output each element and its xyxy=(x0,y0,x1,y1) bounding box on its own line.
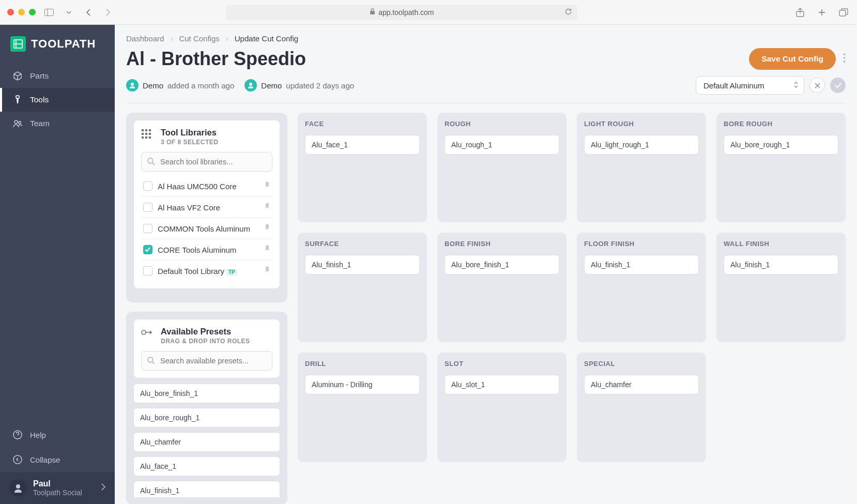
role-card[interactable]: ROUGHAlu_rough_1 xyxy=(437,113,567,222)
nav-item-parts[interactable]: Parts xyxy=(0,64,115,88)
svg-rect-25 xyxy=(149,136,151,139)
confirm-material-button[interactable] xyxy=(830,78,846,93)
share-icon[interactable] xyxy=(794,8,806,17)
material-select[interactable]: Default Aluminum xyxy=(696,76,804,95)
tool-libraries-count: 3 OF 8 SELECTED xyxy=(161,139,219,146)
role-card[interactable]: SLOTAlu_slot_1 xyxy=(437,353,567,462)
svg-rect-6 xyxy=(16,96,19,98)
tool-library-item[interactable]: Al Haas UMC500 Core xyxy=(141,176,272,196)
role-card[interactable]: FACEAlu_face_1 xyxy=(298,113,427,222)
sort-icon[interactable] xyxy=(264,266,270,276)
role-card[interactable]: SPECIALAlu_chamfer xyxy=(577,353,706,462)
search-icon xyxy=(147,157,155,167)
tabs-icon[interactable] xyxy=(837,8,850,17)
tool-library-item[interactable]: Al Haas VF2 Core xyxy=(141,196,272,218)
checkbox-icon[interactable] xyxy=(143,245,152,254)
breadcrumb-link[interactable]: Dashboard xyxy=(126,34,164,43)
role-title: FLOOR FINISH xyxy=(584,240,699,248)
available-preset-item[interactable]: Alu_bore_rough_1 xyxy=(133,408,280,427)
sort-icon[interactable] xyxy=(264,181,270,191)
window-controls xyxy=(7,9,36,16)
url-text: app.toolpath.com xyxy=(378,8,434,17)
role-title: FACE xyxy=(305,120,420,128)
role-preset-chip[interactable]: Alu_finish_1 xyxy=(584,255,699,274)
role-card[interactable]: BORE ROUGHAlu_bore_rough_1 xyxy=(716,113,846,222)
svg-rect-20 xyxy=(142,133,144,135)
breadcrumb-link[interactable]: Cut Configs xyxy=(179,34,219,43)
svg-point-15 xyxy=(131,83,134,86)
role-preset-chip[interactable]: Alu_finish_1 xyxy=(724,255,838,274)
role-card[interactable]: LIGHT ROUGHAlu_light_rough_1 xyxy=(577,113,706,222)
close-window-icon[interactable] xyxy=(7,9,14,16)
svg-rect-22 xyxy=(149,133,151,135)
breadcrumb-current: Update Cut Config xyxy=(235,34,298,43)
more-options-icon[interactable] xyxy=(843,53,846,65)
minimize-window-icon[interactable] xyxy=(18,9,25,16)
role-preset-chip[interactable]: Alu_bore_finish_1 xyxy=(445,255,559,274)
user-org: Toolpath Social xyxy=(33,488,82,497)
available-preset-item[interactable]: Alu_chamfer xyxy=(133,432,280,452)
available-preset-item[interactable]: Alu_bore_finish_1 xyxy=(133,384,280,403)
reload-icon[interactable] xyxy=(564,8,572,17)
new-tab-icon[interactable] xyxy=(816,8,828,17)
sort-icon[interactable] xyxy=(264,224,270,233)
forward-icon[interactable] xyxy=(102,8,114,17)
role-title: SPECIAL xyxy=(584,360,699,368)
available-preset-item[interactable]: Alu_finish_1 xyxy=(133,481,280,497)
tool-icon xyxy=(12,95,23,105)
sort-icon[interactable] xyxy=(264,245,270,254)
role-card[interactable]: DRILLAluminum - Drilling xyxy=(298,353,427,462)
nav-item-team[interactable]: Team xyxy=(0,112,115,135)
maximize-window-icon[interactable] xyxy=(29,9,36,16)
tool-library-item[interactable]: CORE Tools Aluminum xyxy=(141,239,272,260)
checkbox-icon[interactable] xyxy=(143,224,152,233)
role-title: SLOT xyxy=(445,360,559,368)
role-preset-chip[interactable]: Alu_chamfer xyxy=(584,375,699,394)
sort-icon[interactable] xyxy=(264,203,270,212)
created-by: Demo added a month ago xyxy=(126,79,234,91)
logo-mark-icon xyxy=(10,36,26,52)
available-preset-item[interactable]: Alu_face_1 xyxy=(133,456,280,476)
nav-item-tools[interactable]: Tools xyxy=(0,88,115,112)
role-preset-chip[interactable]: Alu_rough_1 xyxy=(445,135,559,155)
tool-library-item[interactable]: Default Tool LibraryTP xyxy=(141,260,272,281)
nav-label: Tools xyxy=(30,95,49,104)
role-preset-chip[interactable]: Alu_finish_1 xyxy=(305,255,420,274)
role-card[interactable]: BORE FINISHAlu_bore_finish_1 xyxy=(437,233,567,342)
nav-item-help[interactable]: Help xyxy=(0,422,115,447)
user-menu[interactable]: Paul Toolpath Social xyxy=(0,472,115,504)
lock-icon xyxy=(370,8,375,17)
svg-rect-23 xyxy=(142,136,144,139)
svg-point-26 xyxy=(148,158,153,163)
role-preset-chip[interactable]: Aluminum - Drilling xyxy=(305,375,420,394)
role-preset-chip[interactable]: Alu_face_1 xyxy=(305,135,420,155)
role-card[interactable]: WALL FINISHAlu_finish_1 xyxy=(716,233,846,342)
sidebar-toggle-icon[interactable] xyxy=(43,9,55,16)
chevron-down-icon[interactable] xyxy=(63,11,75,14)
role-card[interactable]: FLOOR FINISHAlu_finish_1 xyxy=(577,233,706,342)
role-card[interactable]: SURFACEAlu_finish_1 xyxy=(298,233,427,342)
available-presets-title: Available Presets xyxy=(161,327,250,337)
nav-label: Team xyxy=(30,119,50,128)
available-presets-subtitle: DRAG & DROP INTO ROLES xyxy=(161,338,250,345)
back-icon[interactable] xyxy=(82,8,95,17)
tool-libraries-search-input[interactable] xyxy=(141,152,272,172)
checkbox-icon[interactable] xyxy=(143,266,152,276)
save-cut-config-button[interactable]: Save Cut Config xyxy=(749,48,836,70)
nav-label: Help xyxy=(30,431,46,439)
checkbox-icon[interactable] xyxy=(143,181,152,191)
nav-item-collapse[interactable]: Collapse xyxy=(0,447,115,472)
available-presets-search-input[interactable] xyxy=(141,351,272,371)
cancel-material-button[interactable] xyxy=(809,78,825,93)
svg-rect-24 xyxy=(145,136,147,139)
brand-logo[interactable]: TOOLPATH xyxy=(0,25,115,64)
role-preset-chip[interactable]: Alu_bore_rough_1 xyxy=(724,135,838,155)
role-preset-chip[interactable]: Alu_slot_1 xyxy=(445,375,559,394)
tool-library-item[interactable]: COMMON Tools Aluminum xyxy=(141,218,272,239)
checkbox-icon[interactable] xyxy=(143,203,152,212)
role-title: BORE FINISH xyxy=(445,240,559,248)
tool-library-label: Default Tool LibraryTP xyxy=(158,267,259,276)
url-bar[interactable]: app.toolpath.com xyxy=(226,5,577,20)
role-preset-chip[interactable]: Alu_light_rough_1 xyxy=(584,135,699,155)
svg-rect-0 xyxy=(45,9,54,16)
